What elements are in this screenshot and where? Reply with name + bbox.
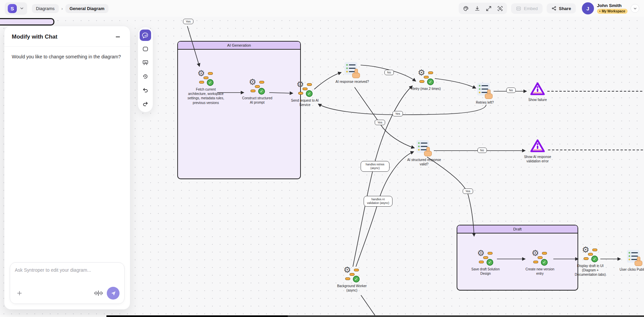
hidden-container-edge (0, 18, 54, 25)
minus-icon (115, 34, 121, 40)
node-send-request[interactable]: ⚙✓ Send request to AI Service (288, 82, 322, 107)
process-icon: ⚙✓ (249, 80, 265, 95)
process-icon: ⚙✓ (418, 70, 434, 85)
canvas-tools-group (459, 3, 507, 14)
workspace-badge: • My Workspace (597, 9, 628, 14)
workspace-status-dot: • (599, 9, 601, 13)
edge-label-handles-retries[interactable]: handles retries (async) (361, 161, 389, 172)
edge-label-yes[interactable]: Yes (183, 19, 193, 24)
node-label: Retry (max 2 times) (409, 87, 443, 91)
scan-search-icon[interactable] (495, 4, 505, 13)
scrollbar-thumb[interactable] (106, 315, 288, 317)
edge-label-yes[interactable]: Yes (375, 120, 385, 125)
node-ai-response-received[interactable]: AI response received? (335, 62, 369, 84)
node-label: Show AI response validation error (521, 155, 554, 163)
node-label: User clicks Publish? (619, 267, 644, 272)
workspace-name: My Workspace (602, 9, 625, 13)
tool-palette (138, 27, 153, 112)
embed-icon (516, 6, 521, 11)
shape-tool[interactable] (140, 43, 151, 55)
node-label: Construct structured AI prompt (240, 96, 274, 105)
decision-icon (344, 62, 360, 78)
undo-tool[interactable] (140, 85, 151, 96)
fullscreen-icon[interactable] (484, 4, 494, 13)
process-icon: ⚙✓ (582, 248, 598, 262)
redo-tool[interactable] (140, 98, 151, 110)
node-background-worker[interactable]: ⚙✓ Background Worker (async) (333, 268, 371, 293)
history-tool[interactable] (140, 71, 151, 82)
attach-button[interactable] (15, 288, 24, 298)
download-icon[interactable] (472, 4, 482, 13)
edge-label-yes[interactable]: Yes (393, 111, 403, 116)
avatar: J (582, 2, 594, 14)
node-label: Create new version entry (523, 267, 557, 276)
share-label: Share (559, 6, 571, 11)
node-display-draft[interactable]: ⚙✓ Display draft in UI (Diagram + Docume… (572, 248, 609, 277)
node-show-failure[interactable]: Show failure (522, 82, 553, 102)
user-menu[interactable]: J John Smith • My Workspace (580, 2, 639, 14)
palette-icon[interactable] (461, 4, 471, 13)
horizontal-scrollbar[interactable] (106, 315, 644, 317)
node-label: Save draft Solution Design (467, 267, 504, 276)
node-retry[interactable]: ⚙✓ Retry (max 2 times) (409, 70, 443, 91)
node-retries-left[interactable]: Retries left? (470, 83, 500, 105)
container-title: AI Generation (178, 42, 300, 50)
breadcrumb-current[interactable]: General Diagram (65, 4, 108, 13)
container-ai-generation[interactable]: AI Generation (177, 41, 301, 179)
process-icon: ⚙✓ (532, 251, 548, 266)
node-construct-prompt[interactable]: ⚙✓ Construct structured AI prompt (240, 80, 274, 105)
share-button[interactable]: Share (547, 3, 576, 13)
node-user-clicks-publish[interactable]: User clicks Publish? (619, 250, 644, 272)
node-show-validation-error[interactable]: Show AI response validation error (521, 139, 554, 163)
voice-input-button[interactable] (94, 290, 103, 297)
node-label: AI response received? (335, 80, 369, 84)
waveform-icon (94, 290, 103, 297)
send-button[interactable] (107, 287, 120, 300)
user-chevron-button[interactable] (631, 4, 639, 13)
edge-label-no[interactable]: No (384, 70, 394, 75)
edge-label-no[interactable]: No (477, 148, 487, 153)
process-icon: ⚙✓ (198, 71, 214, 86)
edge-label-yes[interactable]: Yes (463, 189, 473, 194)
node-label: Retries left? (470, 100, 500, 105)
breadcrumb-separator: › (61, 6, 63, 11)
chat-edit-icon (142, 32, 149, 39)
node-label: Show failure (522, 98, 553, 102)
chat-input-card (10, 262, 125, 304)
embed-button[interactable]: Embed (511, 3, 542, 14)
decision-icon (416, 140, 432, 156)
edge-label-handles-validation[interactable]: handles AI validation (async) (364, 196, 393, 207)
breadcrumb-diagrams[interactable]: Diagrams (32, 4, 59, 13)
process-icon: ⚙✓ (297, 82, 313, 97)
node-create-version[interactable]: ⚙✓ Create new version entry (523, 251, 557, 276)
node-label: Fetch current architecture, workspace se… (187, 87, 225, 105)
warning-icon (530, 82, 546, 96)
node-ai-response-valid[interactable]: AI structured response valid? (406, 140, 443, 166)
edge-label-no[interactable]: No (506, 88, 516, 93)
presentation-tool[interactable] (140, 57, 151, 68)
collapse-panel-button[interactable] (113, 32, 123, 42)
container-title: Draft (457, 225, 578, 233)
chat-input[interactable] (15, 267, 120, 275)
decision-icon (627, 250, 642, 266)
undo-icon (142, 87, 149, 94)
process-icon: ⚙✓ (344, 268, 360, 282)
embed-label: Embed (524, 6, 538, 11)
node-save-draft[interactable]: ⚙✓ Save draft Solution Design (467, 251, 504, 276)
chat-assistant-message: Would you like to change something in th… (4, 47, 130, 262)
plus-icon (16, 290, 23, 297)
redo-icon (142, 101, 149, 107)
app-logo-menu[interactable]: S (5, 2, 27, 15)
node-label: Send request to AI Service (288, 98, 322, 107)
node-fetch-context[interactable]: ⚙✓ Fetch current architecture, workspace… (187, 71, 225, 105)
node-label: Display draft in UI (Diagram + Documenta… (572, 264, 609, 277)
modify-with-chat-panel: Modify with Chat Would you like to chang… (4, 26, 130, 310)
shape-icon (142, 46, 149, 52)
app-logo: S (8, 4, 17, 13)
decision-icon (477, 83, 493, 99)
presentation-icon (142, 59, 149, 66)
send-icon (110, 290, 116, 296)
node-label: Background Worker (async) (333, 284, 371, 293)
chevron-down-icon (19, 6, 24, 11)
chat-edit-tool[interactable] (140, 30, 151, 41)
